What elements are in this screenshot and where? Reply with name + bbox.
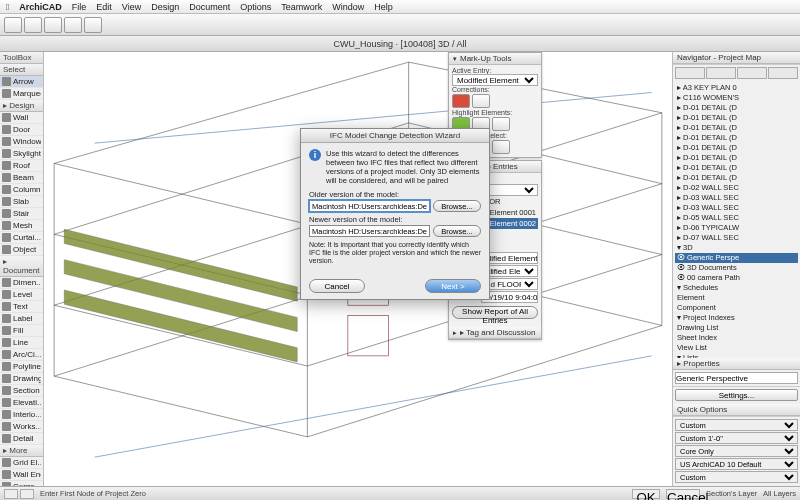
tool-grid-el-[interactable]: Grid El...: [0, 457, 43, 469]
toolbox-section-select[interactable]: Select: [0, 64, 43, 76]
tool-wall[interactable]: Wall: [0, 112, 43, 124]
menu-view[interactable]: View: [122, 2, 141, 12]
tool-label[interactable]: Label: [0, 313, 43, 325]
next-button[interactable]: Next >: [425, 279, 481, 293]
nav-node[interactable]: ▾ Schedules: [675, 283, 798, 293]
toolbox-section-document[interactable]: ▸ Document: [0, 256, 43, 277]
tool-curtai-[interactable]: Curtai...: [0, 232, 43, 244]
tag-discussion-header[interactable]: ▸▸ Tag and Discussion: [449, 327, 541, 339]
tool-door[interactable]: Door: [0, 124, 43, 136]
menu-help[interactable]: Help: [374, 2, 393, 12]
nav-node[interactable]: ▸ D-01 DETAIL (D: [675, 123, 798, 133]
toolbox-section-design[interactable]: ▸ Design: [0, 100, 43, 112]
tool-wall-end[interactable]: Wall End: [0, 469, 43, 481]
nav-node[interactable]: ▾ Project Indexes: [675, 313, 798, 323]
nav-node[interactable]: Drawing List: [675, 323, 798, 333]
tool-window[interactable]: Window: [0, 136, 43, 148]
highlight-btn[interactable]: [492, 117, 510, 131]
nav-node[interactable]: ⦿ 3D Documents: [675, 263, 798, 273]
toolbox-section-more[interactable]: ▸ More: [0, 445, 43, 457]
active-entry-select[interactable]: Modified Element 0002: [452, 74, 538, 86]
tool-roof[interactable]: Roof: [0, 160, 43, 172]
nav-tab[interactable]: [675, 67, 705, 79]
tool-slab[interactable]: Slab: [0, 196, 43, 208]
nav-node[interactable]: ▸ D-01 DETAIL (D: [675, 153, 798, 163]
correction-btn[interactable]: [472, 94, 490, 108]
tool-line[interactable]: Line: [0, 337, 43, 349]
status-all-layers[interactable]: All Layers: [763, 489, 796, 498]
tool-arc-ci-[interactable]: Arc/Ci...: [0, 349, 43, 361]
menu-window[interactable]: Window: [332, 2, 364, 12]
nav-node[interactable]: ▸ A3 KEY PLAN 0: [675, 83, 798, 93]
nav-node[interactable]: ▾ 3D: [675, 243, 798, 253]
tool-skylight[interactable]: Skylight: [0, 148, 43, 160]
menu-file[interactable]: File: [72, 2, 87, 12]
nav-node[interactable]: ▸ D-03 WALL SEC: [675, 193, 798, 203]
properties-header[interactable]: ▸ Properties: [673, 358, 800, 370]
menu-design[interactable]: Design: [151, 2, 179, 12]
nav-node[interactable]: ▸ C116 WOMEN'S: [675, 93, 798, 103]
settings-button[interactable]: Settings...: [675, 389, 798, 401]
nav-node[interactable]: ⦿ 00 camera Path: [675, 273, 798, 283]
tool-section[interactable]: Section: [0, 385, 43, 397]
nav-node[interactable]: ▸ D-01 DETAIL (D: [675, 103, 798, 113]
tool-fill[interactable]: Fill: [0, 325, 43, 337]
cancel-button[interactable]: Cancel: [309, 279, 365, 293]
tool-interio-[interactable]: Interio...: [0, 409, 43, 421]
older-browse-button[interactable]: Browse...: [433, 200, 481, 212]
nav-tab[interactable]: [706, 67, 736, 79]
newer-browse-button[interactable]: Browse...: [433, 225, 481, 237]
menu-options[interactable]: Options: [240, 2, 271, 12]
menu-document[interactable]: Document: [189, 2, 230, 12]
correction-color-1[interactable]: [452, 94, 470, 108]
tool-level[interactable]: Level: [0, 289, 43, 301]
tool-elevati-[interactable]: Elevati...: [0, 397, 43, 409]
nav-node[interactable]: ▸ D-01 DETAIL (D: [675, 163, 798, 173]
tool-column[interactable]: Column: [0, 184, 43, 196]
nav-tab[interactable]: [768, 67, 798, 79]
nav-node[interactable]: ▸ D-01 DETAIL (D: [675, 113, 798, 123]
quick-option-select[interactable]: Custom: [675, 471, 798, 483]
tool-beam[interactable]: Beam: [0, 172, 43, 184]
menu-teamwork[interactable]: Teamwork: [281, 2, 322, 12]
zoom-btn[interactable]: [492, 140, 510, 154]
tool-text[interactable]: Text: [0, 301, 43, 313]
quick-option-select[interactable]: Custom: [675, 419, 798, 431]
nav-node[interactable]: ▸ D-06 TYPICALW: [675, 223, 798, 233]
nav-node[interactable]: ▸ D-01 DETAIL (D: [675, 143, 798, 153]
tool-marquee[interactable]: Marquee: [0, 88, 43, 100]
toolbar-button[interactable]: [44, 17, 62, 33]
tool-drawing[interactable]: Drawing: [0, 373, 43, 385]
toolbar-button[interactable]: [64, 17, 82, 33]
quick-option-select[interactable]: Core Only: [675, 445, 798, 457]
quick-option-select[interactable]: Custom 1'-0": [675, 432, 798, 444]
status-btn[interactable]: [4, 489, 18, 499]
nav-node[interactable]: ⦿ Generic Perspe: [675, 253, 798, 263]
nav-node[interactable]: ▸ D-05 WALL SEC: [675, 213, 798, 223]
status-ok-button[interactable]: OK: [632, 489, 660, 499]
navigator-header[interactable]: Navigator - Project Map: [673, 52, 800, 64]
status-cancel-button[interactable]: Cancel: [666, 489, 700, 499]
toolbar-button[interactable]: [24, 17, 42, 33]
menu-edit[interactable]: Edit: [96, 2, 112, 12]
older-version-input[interactable]: [309, 200, 430, 212]
navigator-tree[interactable]: ▸ A3 KEY PLAN 0▸ C116 WOMEN'S▸ D-01 DETA…: [673, 81, 800, 358]
quick-options-header[interactable]: Quick Options: [673, 404, 800, 416]
tool-detail[interactable]: Detail: [0, 433, 43, 445]
tool-polyline[interactable]: Polyline: [0, 361, 43, 373]
nav-node[interactable]: ▸ D-01 DETAIL (D: [675, 173, 798, 183]
nav-node[interactable]: ▸ D-03 WALL SEC: [675, 203, 798, 213]
nav-node[interactable]: Sheet Index: [675, 333, 798, 343]
tool-mesh[interactable]: Mesh: [0, 220, 43, 232]
newer-version-input[interactable]: [309, 225, 430, 237]
tool-works-[interactable]: Works...: [0, 421, 43, 433]
toolbar-button[interactable]: [4, 17, 22, 33]
quick-option-select[interactable]: US ArchiCAD 10 Default: [675, 458, 798, 470]
status-btn[interactable]: [20, 489, 34, 499]
tool-object[interactable]: Object: [0, 244, 43, 256]
nav-node[interactable]: View List: [675, 343, 798, 353]
show-report-button[interactable]: Show Report of All Entries: [452, 306, 538, 319]
nav-node[interactable]: ▸ D-01 DETAIL (D: [675, 133, 798, 143]
nav-node[interactable]: Component: [675, 303, 798, 313]
tool-stair[interactable]: Stair: [0, 208, 43, 220]
